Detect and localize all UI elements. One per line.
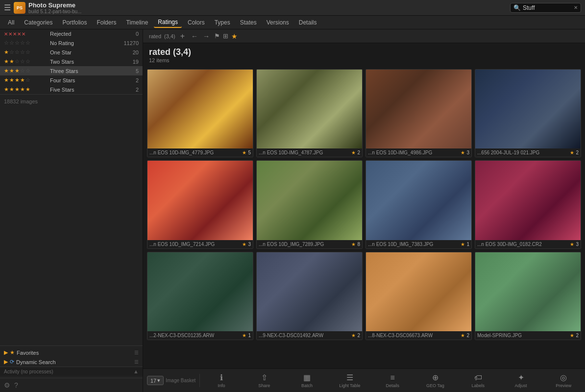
rating-row-no-rating[interactable]: ☆ ☆ ☆ ☆ ☆ No Rating 11270 [0,38,143,48]
photo-rating-1: 2 [357,150,360,155]
rating-row-one-star[interactable]: ★ ☆ ☆ ☆ ☆ One Star 20 [0,48,143,57]
sidebar-dynamic-search[interactable]: ▶ ⟳ Dynamic Search ☰ [0,357,143,367]
three-stars-label: Three Stars [50,68,125,74]
two-star-stars: ★ ★ ☆ ☆ ☆ [4,58,48,65]
photo-footer-5: ...n EOS 10D_IMG_7289.JPG★8 [257,240,362,248]
tab-details[interactable]: Details [295,18,321,27]
photo-thumbnail-11 [475,252,581,331]
back-button[interactable]: ← [190,32,199,40]
navbar: All Categories Portfolios Folders Timeli… [0,16,585,29]
add-icon[interactable]: ▲ [133,368,139,374]
rating-row-two-stars[interactable]: ★ ★ ☆ ☆ ☆ Two Stars 19 [0,57,143,66]
photo-item-9[interactable]: ...9-NEX-C3-DSC01492.ARW★2 [256,252,363,340]
tab-portfolios[interactable]: Portfolios [58,18,91,27]
info-label: Info [218,383,225,388]
bottom-batch[interactable]: ▦ Batch [286,371,328,390]
breadcrumb-bar: rated (3,4) + ← → ⚑ ⊞ ★ [143,29,585,43]
batch-label: Batch [301,383,313,388]
three-stars-count: 5 [127,68,139,74]
photo-item-5[interactable]: ...n EOS 10D_IMG_7289.JPG★8 [256,160,363,248]
photo-item-8[interactable]: ...2-NEX-C3-DSC01235.ARW★1 [147,252,253,340]
tab-ratings[interactable]: Ratings [154,17,182,28]
photo-item-3[interactable]: ...656 2004-JUL-19 021.JPG★2 [475,69,581,157]
filter-icon[interactable]: ⚑ [214,32,220,40]
photo-item-4[interactable]: ...n EOS 10D_IMG_7214.JPG★3 [147,160,253,248]
tab-all[interactable]: All [4,18,18,27]
tab-folders[interactable]: Folders [93,18,120,27]
star-3: ☆ [15,58,20,65]
geo-tag-icon: ⊕ [432,373,439,382]
help-icon[interactable]: ? [14,381,18,389]
search-box: 🔍 ✕ [510,3,581,13]
dynamic-icon: ▶ [4,359,8,365]
bottom-geo-tag[interactable]: ⊕ GEO Tag [414,371,457,390]
images-total: 18832 images [0,94,143,108]
rated-word: rated [149,47,171,57]
folder-menu-icon[interactable]: ☰ [134,350,139,355]
menu-icon[interactable]: ☰ [4,3,11,12]
basket-label: Image Basket [166,378,195,383]
tab-colors[interactable]: Colors [184,18,209,27]
bottom-share[interactable]: ⇧ Share [243,371,286,390]
tab-states[interactable]: States [236,18,261,27]
one-star-label: One Star [50,49,125,55]
tab-types[interactable]: Types [211,18,234,27]
favorite-toggle[interactable]: ★ [231,32,238,40]
photo-item-0[interactable]: ...n EOS 10D-IMG_4779.JPG★5 [147,69,253,157]
photo-rating-11: 2 [576,333,579,338]
settings-icon[interactable]: ⚙ [4,381,10,389]
photo-footer-3: ...656 2004-JUL-19 021.JPG★2 [475,148,581,157]
sidebar-favorites[interactable]: ▶ ★ Favorites ☰ [0,348,143,357]
clear-search-icon[interactable]: ✕ [574,5,578,10]
light-table-icon: ☰ [346,373,353,382]
four-star-stars: ★ ★ ★ ★ ☆ [4,77,48,83]
photo-rating-2: 3 [466,150,469,155]
star-2: ★ [9,68,14,74]
sidebar-content: ✕ ✕ ✕ ✕ ✕ Rejected 0 ☆ ☆ ☆ ☆ ☆ No Rat [0,29,143,345]
rating-row-three-stars[interactable]: ★ ★ ★ ☆ ☆ Three Stars 5 [0,66,143,75]
bottom-info[interactable]: ℹ Info [200,371,243,390]
photo-item-11[interactable]: Model-SPRING.JPG★2 [475,252,581,340]
rating-row-four-stars[interactable]: ★ ★ ★ ★ ☆ Four Stars 2 [0,75,143,85]
photo-item-1[interactable]: ...n EOS 10D-IMG_4787.JPG★2 [256,69,363,157]
photo-star-3: ★ [570,150,574,155]
no-rating-count: 11270 [123,40,139,46]
photo-rating-6: 1 [466,242,469,247]
bottom-labels[interactable]: 🏷 Labels [457,371,499,390]
bottom-bar: 17 ▾ Image Basket ℹ Info ⇧ Share ▦ Batch… [143,368,585,392]
star-5: ☆ [25,77,30,83]
forward-button[interactable]: → [201,32,211,40]
rated-parens: (3,4) [173,47,191,57]
bottom-adjust[interactable]: ✦ Adjust [499,371,542,390]
tab-timeline[interactable]: Timeline [122,18,152,27]
search-input[interactable] [523,4,572,11]
photo-name-1: ...n EOS 10D-IMG_4787.JPG [259,150,350,155]
photo-item-10[interactable]: ...8-NEX-C3-DSC06673.ARW★2 [366,252,472,340]
rating-row-five-stars[interactable]: ★ ★ ★ ★ ★ Five Stars 2 [0,85,143,94]
content-area: rated (3,4) + ← → ⚑ ⊞ ★ rated (3,4) 12 i… [143,29,585,392]
bottom-preview[interactable]: ◎ Preview [542,371,585,390]
photo-footer-10: ...8-NEX-C3-DSC06673.ARW★2 [366,331,471,340]
bottom-light-table[interactable]: ☰ Light Table [328,371,371,390]
stack-icon[interactable]: ⊞ [223,32,228,40]
photo-item-2[interactable]: ...n EOS 10D-IMG_4986.JPG★3 [366,69,472,157]
dynamic-search-label: Dynamic Search [16,359,56,365]
photo-star-6: ★ [461,242,465,247]
app-name: Photo Supreme [28,1,81,9]
rating-row-rejected[interactable]: ✕ ✕ ✕ ✕ ✕ Rejected 0 [0,29,143,38]
add-filter-button[interactable]: + [178,32,187,41]
activity-label: Activity (no processes) [4,369,53,374]
star-1: ★ [4,58,9,65]
dynamic-menu-icon[interactable]: ☰ [134,359,139,365]
photo-item-7[interactable]: ...n EOS 30D-IMG_0182.CR2★3 [475,160,581,248]
topbar: ☰ PS Photo Supreme build 5.1.2-part-two-… [0,0,585,16]
tab-versions[interactable]: Versions [263,18,293,27]
two-stars-count: 19 [127,59,139,65]
star-1: ★ [4,86,9,93]
no-star-1: ☆ [4,40,9,46]
share-label: Share [258,383,270,388]
image-basket-button[interactable]: 17 ▾ [147,376,164,385]
bottom-details[interactable]: ≡ Details [371,371,414,390]
photo-item-6[interactable]: ...n EOS 10D_IMG_7383.JPG★1 [366,160,472,248]
tab-categories[interactable]: Categories [20,18,56,27]
